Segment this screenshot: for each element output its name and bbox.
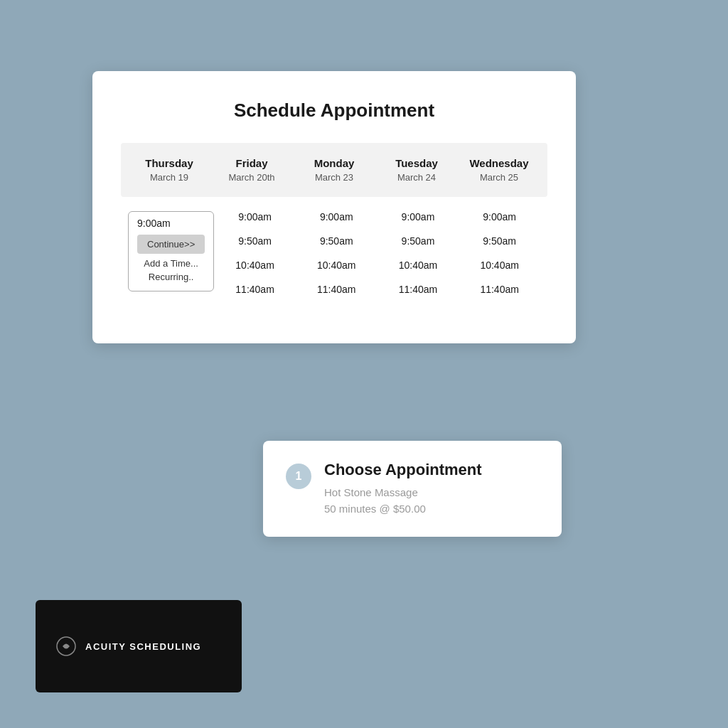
- day-col-friday: Friday March 20th: [210, 157, 293, 183]
- time-slot[interactable]: 10:40am: [459, 259, 540, 271]
- day-name-wednesday: Wednesday: [458, 157, 540, 169]
- main-scheduling-card: Schedule Appointment Thursday March 19 F…: [92, 71, 576, 343]
- calendar-header: Thursday March 19 Friday March 20th Mond…: [121, 143, 547, 197]
- day-name-friday: Friday: [210, 157, 293, 169]
- add-time-action[interactable]: Add a Time...: [137, 258, 205, 269]
- time-slot[interactable]: 9:50am: [296, 235, 378, 247]
- day-name-monday: Monday: [293, 157, 375, 169]
- time-slot[interactable]: 9:50am: [459, 235, 540, 247]
- time-col-monday: 9:00am 9:50am 10:40am 11:40am: [296, 211, 378, 308]
- day-name-tuesday: Tuesday: [375, 157, 458, 169]
- choose-title: Choose Appointment: [324, 461, 482, 479]
- acuity-logo-text: ACUITY SCHEDULING: [85, 641, 201, 652]
- time-slot[interactable]: 10:40am: [378, 259, 459, 271]
- branding-block: ACUITY SCHEDULING: [36, 600, 242, 692]
- page-title: Schedule Appointment: [121, 100, 547, 122]
- day-col-monday: Monday March 23: [293, 157, 375, 183]
- day-col-thursday: Thursday March 19: [128, 157, 210, 183]
- day-name-thursday: Thursday: [128, 157, 210, 169]
- day-date-friday: March 20th: [210, 172, 293, 183]
- time-slot[interactable]: 9:00am: [378, 211, 459, 223]
- time-slots-area: 9:00am Continue>> Add a Time... Recurrin…: [121, 211, 547, 308]
- time-slot[interactable]: 10:40am: [296, 259, 378, 271]
- time-slot[interactable]: 10:40am: [214, 259, 296, 271]
- day-date-thursday: March 19: [128, 172, 210, 183]
- step-badge: 1: [286, 464, 311, 489]
- day-date-wednesday: March 25: [458, 172, 540, 183]
- day-date-monday: March 23: [293, 172, 375, 183]
- day-date-tuesday: March 24: [375, 172, 458, 183]
- time-slot[interactable]: 9:50am: [378, 235, 459, 247]
- acuity-logo-icon: [55, 636, 77, 657]
- time-slot[interactable]: 11:40am: [296, 284, 378, 295]
- time-slot[interactable]: 11:40am: [459, 284, 540, 295]
- time-slot[interactable]: 11:40am: [214, 284, 296, 295]
- time-slot[interactable]: 9:00am: [214, 211, 296, 223]
- choose-content: Choose Appointment Hot Stone Massage 50 …: [324, 461, 482, 517]
- day-col-tuesday: Tuesday March 24: [375, 157, 458, 183]
- time-col-wednesday: 9:00am 9:50am 10:40am 11:40am: [459, 211, 540, 308]
- time-slot[interactable]: 9:00am: [459, 211, 540, 223]
- expanded-time-slot[interactable]: 9:00am Continue>> Add a Time... Recurrin…: [128, 211, 214, 291]
- slot-time: 9:00am: [137, 218, 205, 229]
- time-col-tuesday: 9:00am 9:50am 10:40am 11:40am: [378, 211, 459, 308]
- time-slot[interactable]: 9:00am: [296, 211, 378, 223]
- service-name: Hot Stone Massage: [324, 485, 482, 501]
- continue-button[interactable]: Continue>>: [137, 235, 205, 254]
- day-col-wednesday: Wednesday March 25: [458, 157, 540, 183]
- recurring-action[interactable]: Recurring..: [137, 272, 205, 282]
- time-col-thursday: 9:00am Continue>> Add a Time... Recurrin…: [128, 211, 214, 308]
- service-details: 50 minutes @ $50.00: [324, 501, 482, 518]
- time-slot[interactable]: 9:50am: [214, 235, 296, 247]
- time-col-friday: 9:00am 9:50am 10:40am 11:40am: [214, 211, 296, 308]
- time-slot[interactable]: 11:40am: [378, 284, 459, 295]
- choose-appointment-card: 1 Choose Appointment Hot Stone Massage 5…: [263, 441, 562, 537]
